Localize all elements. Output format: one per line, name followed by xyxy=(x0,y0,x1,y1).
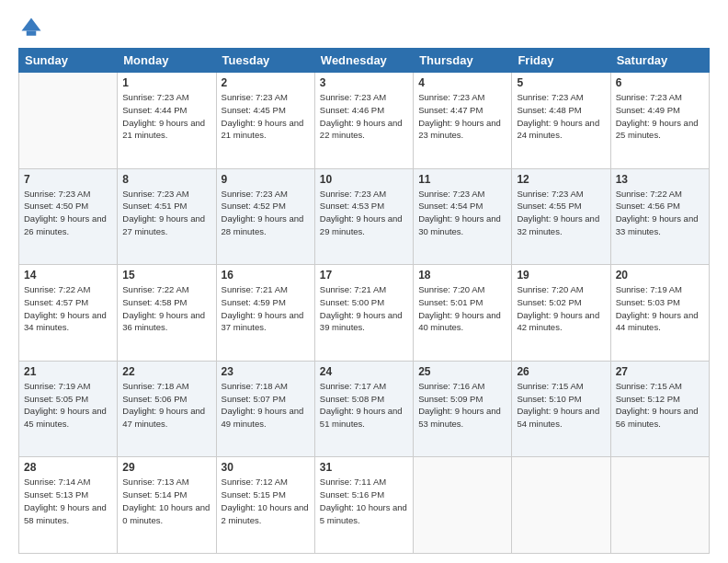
day-info: Sunrise: 7:11 AMSunset: 5:16 PMDaylight:… xyxy=(320,476,408,526)
day-info: Sunrise: 7:23 AMSunset: 4:46 PMDaylight:… xyxy=(320,91,408,142)
calendar-header-friday: Friday xyxy=(512,49,610,73)
calendar-cell: 24Sunrise: 7:17 AMSunset: 5:08 PMDayligh… xyxy=(314,361,413,457)
calendar-cell: 23Sunrise: 7:18 AMSunset: 5:07 PMDayligh… xyxy=(216,361,314,457)
day-info: Sunrise: 7:22 AMSunset: 4:56 PMDaylight:… xyxy=(616,188,704,238)
calendar-header-sunday: Sunday xyxy=(19,49,118,73)
day-number: 31 xyxy=(320,461,408,474)
calendar-cell: 27Sunrise: 7:15 AMSunset: 5:12 PMDayligh… xyxy=(610,361,709,457)
calendar-cell: 19Sunrise: 7:20 AMSunset: 5:02 PMDayligh… xyxy=(512,265,610,362)
day-number: 26 xyxy=(517,365,605,378)
calendar-cell: 21Sunrise: 7:19 AMSunset: 5:05 PMDayligh… xyxy=(19,361,118,457)
day-number: 16 xyxy=(222,269,310,282)
day-info: Sunrise: 7:12 AMSunset: 5:15 PMDaylight:… xyxy=(222,476,310,526)
day-number: 6 xyxy=(616,76,704,89)
day-number: 1 xyxy=(122,76,210,89)
calendar-cell xyxy=(512,457,610,554)
calendar-cell: 3Sunrise: 7:23 AMSunset: 4:46 PMDaylight… xyxy=(314,73,413,169)
calendar-week-row: 21Sunrise: 7:19 AMSunset: 5:05 PMDayligh… xyxy=(19,361,710,457)
day-info: Sunrise: 7:21 AMSunset: 4:59 PMDaylight:… xyxy=(222,283,310,334)
calendar-week-row: 28Sunrise: 7:14 AMSunset: 5:13 PMDayligh… xyxy=(19,457,710,554)
calendar-week-row: 7Sunrise: 7:23 AMSunset: 4:50 PMDaylight… xyxy=(19,168,710,265)
day-info: Sunrise: 7:22 AMSunset: 4:58 PMDaylight:… xyxy=(122,283,210,334)
calendar-week-row: 1Sunrise: 7:23 AMSunset: 4:44 PMDaylight… xyxy=(19,73,710,169)
day-info: Sunrise: 7:17 AMSunset: 5:08 PMDaylight:… xyxy=(320,380,408,431)
calendar-cell: 31Sunrise: 7:11 AMSunset: 5:16 PMDayligh… xyxy=(314,457,413,554)
calendar-cell: 16Sunrise: 7:21 AMSunset: 4:59 PMDayligh… xyxy=(216,265,314,362)
calendar-header-saturday: Saturday xyxy=(610,49,709,73)
day-number: 29 xyxy=(122,461,210,474)
day-number: 21 xyxy=(24,365,112,378)
day-info: Sunrise: 7:23 AMSunset: 4:45 PMDaylight:… xyxy=(222,91,310,142)
day-number: 13 xyxy=(616,173,704,186)
calendar-cell: 30Sunrise: 7:12 AMSunset: 5:15 PMDayligh… xyxy=(216,457,314,554)
calendar-cell: 18Sunrise: 7:20 AMSunset: 5:01 PMDayligh… xyxy=(414,265,512,362)
calendar-cell xyxy=(414,457,512,554)
day-info: Sunrise: 7:22 AMSunset: 4:57 PMDaylight:… xyxy=(24,283,112,334)
header xyxy=(18,15,710,40)
calendar-cell: 20Sunrise: 7:19 AMSunset: 5:03 PMDayligh… xyxy=(610,265,709,362)
calendar-table: SundayMondayTuesdayWednesdayThursdayFrid… xyxy=(18,48,710,554)
day-number: 28 xyxy=(24,461,112,474)
calendar-cell: 11Sunrise: 7:23 AMSunset: 4:54 PMDayligh… xyxy=(414,168,512,265)
day-number: 2 xyxy=(222,76,310,89)
day-info: Sunrise: 7:23 AMSunset: 4:47 PMDaylight:… xyxy=(418,91,506,142)
day-info: Sunrise: 7:23 AMSunset: 4:52 PMDaylight:… xyxy=(222,188,310,238)
calendar-header-thursday: Thursday xyxy=(414,49,512,73)
day-info: Sunrise: 7:19 AMSunset: 5:03 PMDaylight:… xyxy=(616,283,704,334)
day-number: 20 xyxy=(616,269,704,282)
day-info: Sunrise: 7:21 AMSunset: 5:00 PMDaylight:… xyxy=(320,283,408,334)
day-number: 27 xyxy=(616,365,704,378)
day-info: Sunrise: 7:16 AMSunset: 5:09 PMDaylight:… xyxy=(418,380,506,431)
day-info: Sunrise: 7:23 AMSunset: 4:50 PMDaylight:… xyxy=(24,188,112,238)
calendar-header-wednesday: Wednesday xyxy=(314,49,413,73)
day-number: 30 xyxy=(222,461,310,474)
calendar-cell xyxy=(610,457,709,554)
logo xyxy=(18,15,48,40)
day-number: 9 xyxy=(222,173,310,186)
calendar-cell: 14Sunrise: 7:22 AMSunset: 4:57 PMDayligh… xyxy=(19,265,118,362)
svg-rect-1 xyxy=(27,31,37,36)
day-number: 24 xyxy=(320,365,408,378)
calendar-cell: 13Sunrise: 7:22 AMSunset: 4:56 PMDayligh… xyxy=(610,168,709,265)
day-number: 7 xyxy=(24,173,112,186)
svg-marker-0 xyxy=(22,18,41,31)
day-number: 5 xyxy=(517,76,605,89)
day-number: 14 xyxy=(24,269,112,282)
day-info: Sunrise: 7:23 AMSunset: 4:49 PMDaylight:… xyxy=(616,91,704,142)
day-number: 3 xyxy=(320,76,408,89)
day-info: Sunrise: 7:15 AMSunset: 5:12 PMDaylight:… xyxy=(616,380,704,431)
day-info: Sunrise: 7:23 AMSunset: 4:53 PMDaylight:… xyxy=(320,188,408,238)
calendar-cell: 12Sunrise: 7:23 AMSunset: 4:55 PMDayligh… xyxy=(512,168,610,265)
calendar-week-row: 14Sunrise: 7:22 AMSunset: 4:57 PMDayligh… xyxy=(19,265,710,362)
day-number: 10 xyxy=(320,173,408,186)
calendar-cell: 15Sunrise: 7:22 AMSunset: 4:58 PMDayligh… xyxy=(118,265,216,362)
calendar-cell: 1Sunrise: 7:23 AMSunset: 4:44 PMDaylight… xyxy=(118,73,216,169)
calendar-cell: 26Sunrise: 7:15 AMSunset: 5:10 PMDayligh… xyxy=(512,361,610,457)
day-number: 11 xyxy=(418,173,506,186)
page: SundayMondayTuesdayWednesdayThursdayFrid… xyxy=(0,0,728,563)
day-info: Sunrise: 7:23 AMSunset: 4:55 PMDaylight:… xyxy=(517,188,605,238)
day-info: Sunrise: 7:20 AMSunset: 5:01 PMDaylight:… xyxy=(418,283,506,334)
day-info: Sunrise: 7:19 AMSunset: 5:05 PMDaylight:… xyxy=(24,380,112,431)
day-info: Sunrise: 7:23 AMSunset: 4:54 PMDaylight:… xyxy=(418,188,506,238)
calendar-cell xyxy=(19,73,118,169)
day-number: 25 xyxy=(418,365,506,378)
day-info: Sunrise: 7:13 AMSunset: 5:14 PMDaylight:… xyxy=(122,476,210,526)
day-info: Sunrise: 7:23 AMSunset: 4:51 PMDaylight:… xyxy=(122,188,210,238)
day-number: 8 xyxy=(122,173,210,186)
logo-icon xyxy=(18,15,44,40)
day-info: Sunrise: 7:18 AMSunset: 5:07 PMDaylight:… xyxy=(222,380,310,431)
day-number: 22 xyxy=(122,365,210,378)
calendar-cell: 10Sunrise: 7:23 AMSunset: 4:53 PMDayligh… xyxy=(314,168,413,265)
calendar-cell: 17Sunrise: 7:21 AMSunset: 5:00 PMDayligh… xyxy=(314,265,413,362)
day-number: 23 xyxy=(222,365,310,378)
calendar-header-row: SundayMondayTuesdayWednesdayThursdayFrid… xyxy=(19,49,710,73)
calendar-cell: 4Sunrise: 7:23 AMSunset: 4:47 PMDaylight… xyxy=(414,73,512,169)
day-info: Sunrise: 7:14 AMSunset: 5:13 PMDaylight:… xyxy=(24,476,112,526)
calendar-cell: 9Sunrise: 7:23 AMSunset: 4:52 PMDaylight… xyxy=(216,168,314,265)
day-number: 15 xyxy=(122,269,210,282)
calendar-header-tuesday: Tuesday xyxy=(216,49,314,73)
day-number: 4 xyxy=(418,76,506,89)
day-info: Sunrise: 7:20 AMSunset: 5:02 PMDaylight:… xyxy=(517,283,605,334)
calendar-header-monday: Monday xyxy=(118,49,216,73)
